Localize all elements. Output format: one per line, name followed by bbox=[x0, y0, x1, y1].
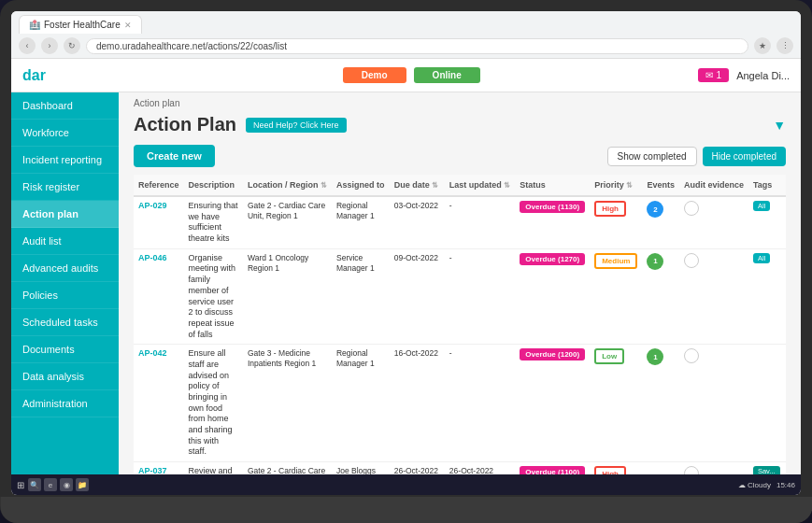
sidebar-item-documents[interactable]: Documents bbox=[11, 336, 119, 363]
status-cell: Overdue (1270) bbox=[515, 248, 590, 345]
events-cell: 2 bbox=[642, 196, 679, 248]
last-updated-cell: - bbox=[445, 196, 516, 248]
tab-close-btn[interactable]: ✕ bbox=[124, 21, 132, 30]
ref-cell: AP-042 bbox=[134, 345, 184, 462]
browser-chrome: 🏥 Foster HealthCare ✕ ‹ › ↻ demo.uradahe… bbox=[11, 11, 801, 59]
tags-cell bbox=[748, 345, 786, 462]
col-events: Events bbox=[642, 175, 679, 196]
due-date-cell: 09-Oct-2022 bbox=[390, 248, 445, 345]
sidebar-item-administration[interactable]: Administration bbox=[11, 390, 119, 417]
priority-button[interactable]: High bbox=[594, 201, 626, 217]
tags-cell: All bbox=[748, 196, 786, 248]
priority-cell: High bbox=[590, 196, 642, 248]
audit-circle bbox=[684, 201, 699, 216]
col-tags: Tags bbox=[748, 175, 786, 196]
audit-cell bbox=[679, 196, 748, 248]
priority-cell: Medium bbox=[590, 248, 642, 345]
help-button[interactable]: Need Help? Click Here bbox=[246, 118, 347, 133]
url-bar[interactable]: demo.uradahealthcare.net/actions/22/coas… bbox=[86, 38, 748, 54]
filter-icon[interactable]: ▼ bbox=[773, 118, 786, 133]
audit-cell bbox=[679, 248, 748, 345]
assign-cell: Joe Bloggs bbox=[332, 462, 390, 474]
back-btn[interactable]: ‹ bbox=[19, 37, 36, 54]
taskbar-search[interactable]: 🔍 bbox=[28, 478, 41, 491]
sidebar-item-policies[interactable]: Policies bbox=[11, 282, 119, 309]
due-date-cell: 03-Oct-2022 bbox=[390, 196, 445, 248]
status-button[interactable]: Overdue (1200) bbox=[520, 348, 585, 360]
last-updated-cell: - bbox=[445, 345, 516, 462]
browser-tab[interactable]: 🏥 Foster HealthCare ✕ bbox=[19, 15, 142, 34]
notif-icon: ✉ bbox=[705, 70, 713, 80]
assign-cell: Regional Manager 1 bbox=[332, 345, 390, 462]
assign-cell: Regional Manager 1 bbox=[332, 196, 390, 248]
tag-button[interactable]: Sav... bbox=[753, 466, 780, 474]
sidebar-item-workforce[interactable]: Workforce bbox=[11, 120, 119, 147]
hide-completed-button[interactable]: Hide completed bbox=[703, 147, 786, 166]
audit-circle bbox=[684, 466, 699, 474]
col-status: Status bbox=[515, 175, 590, 196]
breadcrumb: Action plan bbox=[119, 92, 801, 110]
refresh-btn[interactable]: ↻ bbox=[64, 37, 80, 54]
priority-button[interactable]: Medium bbox=[594, 253, 637, 269]
taskbar-folder[interactable]: 📁 bbox=[76, 478, 89, 491]
last-updated-cell: 26-Oct-2022 bbox=[445, 462, 516, 474]
tags-cell: Sav... bbox=[748, 462, 786, 474]
audit-circle bbox=[684, 348, 699, 363]
ref-cell: AP-029 bbox=[134, 196, 184, 248]
audit-cell bbox=[679, 345, 748, 462]
create-new-button[interactable]: Create new bbox=[134, 145, 215, 167]
loc-cell: Gate 2 - Cardiac Care Unit bbox=[243, 462, 332, 474]
priority-button[interactable]: High bbox=[594, 466, 626, 474]
notification-badge[interactable]: ✉ 1 bbox=[698, 68, 730, 82]
menu-btn[interactable]: ⋮ bbox=[776, 37, 793, 54]
events-cell: 1 bbox=[642, 248, 679, 345]
sidebar-item-incident-reporting[interactable]: Incident reporting bbox=[11, 147, 119, 174]
page-title: Action Plan bbox=[134, 114, 236, 135]
tab-title: Foster HealthCare bbox=[44, 20, 121, 30]
status-button[interactable]: Overdue (1100) bbox=[520, 466, 585, 474]
table-row: AP-046 Organise meeting with family memb… bbox=[134, 248, 786, 345]
priority-button[interactable]: Low bbox=[594, 348, 624, 364]
sidebar-item-risk-register[interactable]: Risk register bbox=[11, 174, 119, 201]
forward-btn[interactable]: › bbox=[41, 37, 58, 54]
status-button[interactable]: Overdue (1270) bbox=[520, 253, 585, 265]
sidebar-item-data-analysis[interactable]: Data analysis bbox=[11, 363, 119, 390]
desc-cell: Ensure all staff are advised on policy o… bbox=[184, 345, 243, 462]
status-button[interactable]: Overdue (1130) bbox=[520, 201, 585, 213]
col-due-date: Due date ⇅ bbox=[390, 175, 445, 196]
events-badge: 1 bbox=[647, 348, 663, 365]
loc-cell: Gate 2 - Cardiac Care Unit, Region 1 bbox=[243, 196, 332, 248]
loc-cell: Gate 3 - Medicine Inpatients Region 1 bbox=[243, 345, 332, 462]
events-badge: 2 bbox=[647, 201, 663, 218]
priority-cell: High bbox=[590, 462, 642, 474]
tags-cell: All bbox=[748, 248, 786, 345]
table-row: AP-037 Review and follow the latest guid… bbox=[134, 462, 786, 474]
demo-badge: Demo bbox=[343, 67, 406, 83]
events-badge: 1 bbox=[647, 253, 663, 270]
top-nav: dar Demo Online ✉ 1 Angela Di... bbox=[11, 59, 801, 92]
sidebar-item-scheduled-tasks[interactable]: Scheduled tasks bbox=[11, 309, 119, 336]
bookmark-btn[interactable]: ★ bbox=[754, 37, 771, 54]
main-layout: Dashboard Workforce Incident reporting R… bbox=[11, 92, 801, 474]
audit-circle bbox=[684, 253, 699, 268]
tab-favicon: 🏥 bbox=[29, 20, 40, 30]
sidebar-item-audit-list[interactable]: Audit list bbox=[11, 228, 119, 255]
table-row: AP-029 Ensuring that we have sufficient … bbox=[134, 196, 786, 248]
tag-button[interactable]: All bbox=[753, 201, 770, 211]
status-cell: Overdue (1100) bbox=[515, 462, 590, 474]
col-reference: Reference bbox=[134, 175, 184, 196]
col-assigned: Assigned to bbox=[332, 175, 390, 196]
taskbar-weather: ☁ Cloudy bbox=[738, 481, 771, 489]
sidebar-item-advanced-audits[interactable]: Advanced audits bbox=[11, 255, 119, 282]
sidebar-item-action-plan[interactable]: Action plan bbox=[11, 201, 119, 228]
taskbar-chrome[interactable]: ◉ bbox=[60, 478, 73, 491]
app-container: dar Demo Online ✉ 1 Angela Di... Dashb bbox=[11, 59, 801, 474]
tag-button[interactable]: All bbox=[753, 253, 770, 263]
taskbar-ie[interactable]: e bbox=[44, 478, 57, 491]
status-cell: Overdue (1130) bbox=[515, 196, 590, 248]
show-completed-button[interactable]: Show completed bbox=[607, 147, 697, 166]
sidebar-item-dashboard[interactable]: Dashboard bbox=[11, 92, 119, 120]
page-header: Action Plan Need Help? Click Here ▼ bbox=[119, 110, 801, 141]
start-icon[interactable]: ⊞ bbox=[17, 480, 24, 490]
content-area: Action plan Action Plan Need Help? Click… bbox=[119, 92, 801, 474]
